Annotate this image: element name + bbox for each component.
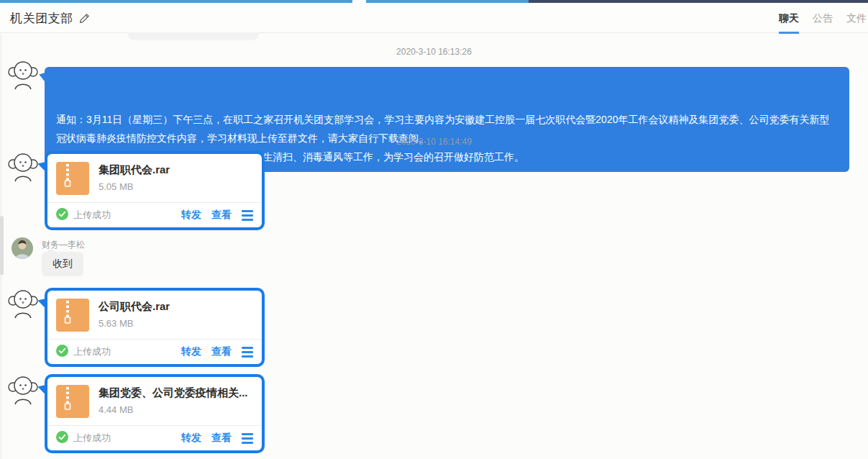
tab-files[interactable]: 文件 bbox=[846, 3, 867, 33]
bubble-tail bbox=[38, 72, 46, 83]
view-link[interactable]: 查看 bbox=[211, 209, 232, 222]
upload-status: 上传成功 bbox=[73, 209, 111, 222]
file-size: 4.44 MB bbox=[99, 404, 248, 415]
hamburger-menu-icon[interactable] bbox=[242, 347, 253, 358]
file-card[interactable]: 集团党委、公司党委疫情相关... 4.44 MB 上传成功 转发 bbox=[45, 374, 265, 453]
file-size: 5.05 MB bbox=[99, 181, 170, 192]
message-timestamp: 2020-3-10 16:14:49 bbox=[0, 137, 868, 147]
file-name: 集团职代会.rar bbox=[99, 163, 170, 177]
forward-link[interactable]: 转发 bbox=[181, 345, 201, 358]
reply-text: 收到 bbox=[52, 258, 73, 269]
zip-archive-icon bbox=[56, 299, 89, 332]
previous-message-fragment bbox=[128, 32, 259, 40]
bubble-tail bbox=[37, 160, 46, 171]
member-avatar[interactable] bbox=[12, 237, 33, 259]
scrollbar-thumb[interactable] bbox=[0, 216, 4, 275]
group-assistant-avatar[interactable] bbox=[7, 288, 39, 319]
upload-status: 上传成功 bbox=[73, 432, 111, 445]
message-timestamp: 2020-3-10 16:13:26 bbox=[0, 47, 868, 57]
upload-status: 上传成功 bbox=[73, 345, 111, 358]
group-assistant-avatar[interactable] bbox=[7, 152, 39, 182]
zip-archive-icon bbox=[56, 385, 89, 418]
bubble-tail bbox=[37, 383, 46, 394]
file-name: 公司职代会.rar bbox=[99, 300, 170, 314]
file-name: 集团党委、公司党委疫情相关... bbox=[99, 386, 248, 400]
hamburger-menu-icon[interactable] bbox=[242, 433, 253, 444]
chat-message-area: 2020-3-10 16:13:26 通知：3月11日（星期三）下午三点，在职工… bbox=[0, 34, 868, 459]
group-title: 机关团支部 bbox=[10, 10, 73, 27]
view-link[interactable]: 查看 bbox=[211, 345, 232, 358]
check-circle-icon bbox=[56, 208, 68, 223]
chat-header: 机关团支部 聊天 公告 文件 bbox=[0, 3, 868, 33]
tab-chat[interactable]: 聊天 bbox=[779, 3, 799, 33]
file-size: 5.63 MB bbox=[99, 318, 170, 329]
forward-link[interactable]: 转发 bbox=[181, 432, 201, 445]
reply-message-bubble: 收到 bbox=[42, 252, 83, 276]
forward-link[interactable]: 转发 bbox=[181, 209, 201, 222]
file-card[interactable]: 公司职代会.rar 5.63 MB 上传成功 转发 查看 bbox=[45, 288, 265, 367]
hamburger-menu-icon[interactable] bbox=[242, 210, 253, 221]
file-card[interactable]: 集团职代会.rar 5.05 MB 上传成功 转发 查看 bbox=[45, 151, 265, 230]
check-circle-icon bbox=[56, 431, 68, 446]
check-circle-icon bbox=[56, 345, 68, 360]
bubble-tail bbox=[37, 297, 46, 308]
tab-announcement[interactable]: 公告 bbox=[813, 3, 833, 33]
view-link[interactable]: 查看 bbox=[211, 432, 232, 445]
group-assistant-avatar[interactable] bbox=[7, 375, 39, 405]
zip-archive-icon bbox=[56, 162, 89, 195]
edit-title-pencil-icon[interactable] bbox=[79, 12, 91, 24]
header-tabs: 聊天 公告 文件 bbox=[765, 3, 867, 33]
group-assistant-avatar[interactable] bbox=[7, 60, 39, 90]
bubble-tail bbox=[46, 247, 55, 254]
